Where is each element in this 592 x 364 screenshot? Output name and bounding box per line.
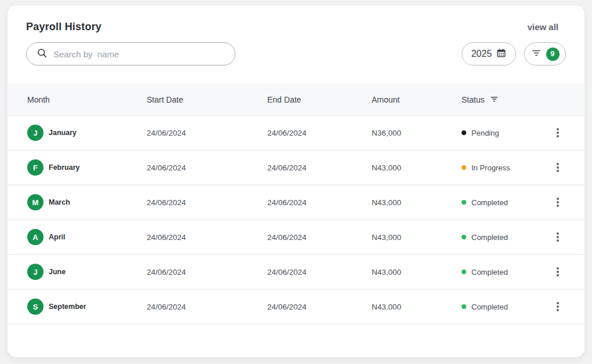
year-selector-button[interactable]: 2025: [462, 42, 516, 65]
kebab-menu-icon: [557, 201, 559, 203]
status-label: Completed: [471, 233, 508, 242]
status-dot: [462, 165, 466, 170]
table-row[interactable]: J June 24/06/2024 24/06/2024 N43,000 Com…: [8, 255, 584, 290]
month-label: February: [49, 163, 80, 172]
end-date: 24/06/2024: [267, 233, 372, 242]
start-date: 24/06/2024: [147, 129, 267, 137]
table-row[interactable]: J January 24/06/2024 24/06/2024 N36,000 …: [8, 116, 584, 151]
month-avatar: M: [27, 194, 43, 210]
row-actions-button[interactable]: [551, 158, 565, 177]
filter-button[interactable]: 9: [524, 42, 566, 65]
column-header-end-date: End Date: [267, 95, 372, 104]
amount: N43,000: [372, 163, 462, 172]
status-dot: [462, 270, 466, 274]
search-box[interactable]: [26, 42, 235, 65]
start-date: 24/06/2024: [147, 163, 267, 172]
funnel-filter-icon: [531, 49, 542, 59]
status-label: Completed: [471, 198, 508, 207]
month-label: September: [49, 303, 86, 311]
status-dot: [462, 200, 466, 205]
table-header-row: Month Start Date End Date Amount Status: [8, 83, 584, 116]
page-title: Payroll History: [26, 21, 101, 33]
table-row[interactable]: A April 24/06/2024 24/06/2024 N43,000 Co…: [8, 220, 584, 255]
column-header-month: Month: [27, 95, 147, 104]
start-date: 24/06/2024: [147, 198, 267, 207]
kebab-menu-icon: [557, 236, 559, 238]
table-row[interactable]: M March 24/06/2024 24/06/2024 N43,000 Co…: [8, 185, 584, 220]
amount: N43,000: [372, 233, 462, 242]
end-date: 24/06/2024: [267, 129, 372, 137]
kebab-menu-icon: [557, 166, 559, 169]
table-row[interactable]: F February 24/06/2024 24/06/2024 N43,000…: [8, 151, 584, 185]
row-actions-button[interactable]: [551, 263, 565, 281]
status-filter-icon[interactable]: [490, 95, 499, 104]
status-dot: [462, 130, 466, 135]
status-label: Completed: [471, 303, 508, 311]
amount: N43,000: [372, 198, 462, 207]
month-avatar: J: [27, 264, 43, 280]
filter-count-badge: 9: [546, 48, 560, 61]
start-date: 24/06/2024: [147, 268, 267, 276]
month-avatar: A: [27, 229, 43, 245]
month-label: January: [49, 129, 77, 137]
row-actions-button[interactable]: [551, 123, 565, 142]
amount: N36,000: [372, 129, 462, 137]
end-date: 24/06/2024: [267, 163, 372, 172]
end-date: 24/06/2024: [267, 268, 372, 276]
status-label: Completed: [471, 268, 508, 276]
month-avatar: J: [27, 125, 43, 141]
payroll-table: Month Start Date End Date Amount Status …: [8, 83, 584, 325]
payroll-history-card: Payroll History view all 2025: [7, 5, 585, 358]
row-actions-button[interactable]: [551, 228, 565, 246]
table-row[interactable]: S September 24/06/2024 24/06/2024 N43,00…: [8, 290, 584, 325]
start-date: 24/06/2024: [147, 303, 267, 311]
month-label: June: [49, 268, 66, 276]
column-header-status: Status: [462, 95, 485, 104]
view-all-link[interactable]: view all: [528, 22, 558, 32]
row-actions-button[interactable]: [551, 297, 565, 316]
month-label: April: [49, 233, 65, 241]
row-actions-button[interactable]: [551, 193, 565, 212]
kebab-menu-icon: [557, 271, 559, 273]
month-avatar: F: [27, 159, 43, 176]
status-dot: [462, 235, 466, 239]
month-label: March: [49, 198, 70, 206]
end-date: 24/06/2024: [267, 198, 372, 207]
column-header-amount: Amount: [372, 95, 462, 104]
start-date: 24/06/2024: [147, 233, 267, 242]
search-icon: [37, 48, 48, 61]
end-date: 24/06/2024: [267, 303, 372, 311]
year-label: 2025: [471, 49, 492, 59]
status-label: Pending: [471, 129, 499, 137]
status-dot: [462, 304, 466, 309]
status-label: In Progress: [471, 163, 510, 172]
amount: N43,000: [372, 268, 462, 276]
kebab-menu-icon: [557, 305, 559, 308]
calendar-icon: [496, 48, 506, 60]
amount: N43,000: [372, 303, 462, 311]
column-header-start-date: Start Date: [147, 95, 267, 104]
month-avatar: S: [27, 299, 43, 315]
kebab-menu-icon: [557, 132, 559, 134]
search-input[interactable]: [53, 49, 227, 59]
